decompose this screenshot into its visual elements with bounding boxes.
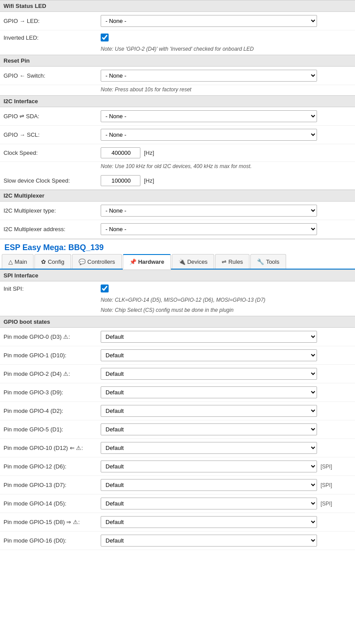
init-spi-label: Init SPI: <box>4 285 101 292</box>
gpio-pin-row: Pin mode GPIO-10 (D12) ⇐ ⚠:Default <box>0 439 355 457</box>
slow-clock-unit: [Hz] <box>144 177 154 184</box>
gpio-pin-row: Pin mode GPIO-2 (D4) ⚠:Default <box>0 365 355 383</box>
inverted-led-row: Inverted LED: <box>0 30 355 45</box>
inverted-led-label: Inverted LED: <box>4 34 101 41</box>
slow-clock-label: Slow device Clock Speed: <box>4 177 101 184</box>
gpio-pin-label: Pin mode GPIO-4 (D2): <box>4 408 101 414</box>
tab-main-label: Main <box>15 258 27 265</box>
tab-bar: △ Main ✿ Config 💬 Controllers 📌 Hardware… <box>0 254 355 270</box>
i2c-mux-address-select[interactable]: - None - <box>101 223 317 235</box>
gpio-pin-row: Pin mode GPIO-4 (D2):Default <box>0 402 355 420</box>
clock-speed-input[interactable] <box>101 147 140 158</box>
clock-speed-unit: [Hz] <box>144 150 154 156</box>
gpio-pins-container: Pin mode GPIO-0 (D3) ⚠:DefaultPin mode G… <box>0 328 355 550</box>
gpio-pin-row: Pin mode GPIO-14 (D5):Default[SPI] <box>0 494 355 513</box>
spi-interface-header: SPI Interface <box>0 270 355 281</box>
gpio-boot-states-section: GPIO boot states Pin mode GPIO-0 (D3) ⚠:… <box>0 316 355 550</box>
gpio-pin-label: Pin mode GPIO-12 (D6): <box>4 463 101 470</box>
i2c-mux-type-row: I2C Multiplexer type: - None - <box>0 202 355 220</box>
reset-pin-header: Reset Pin <box>0 55 355 67</box>
gpio-boot-states-header: GPIO boot states <box>0 316 355 328</box>
clock-speed-note: Note: Use 100 kHz for old I2C devices, 4… <box>0 162 355 172</box>
gpio-pin-row: Pin mode GPIO-13 (D7):Default[SPI] <box>0 476 355 494</box>
gpio-pin-select[interactable]: Default <box>101 386 317 398</box>
gpio-pin-label: Pin mode GPIO-1 (D10): <box>4 352 101 359</box>
gpio-pin-select[interactable]: Default <box>101 479 317 491</box>
gpio-pin-label: Pin mode GPIO-10 (D12) ⇐ ⚠: <box>4 445 101 451</box>
gpio-pin-select[interactable]: Default <box>101 331 317 343</box>
gpio-led-select[interactable]: - None - <box>101 15 317 27</box>
gpio-pin-label: Pin mode GPIO-0 (D3) ⚠: <box>4 333 101 340</box>
gpio-led-label: GPIO → LED: <box>4 18 101 24</box>
spi-note2: Note: Chip Select (CS) config must be do… <box>0 306 355 316</box>
i2c-mux-address-row: I2C Multiplexer address: - None - <box>0 220 355 239</box>
gpio-pin-select[interactable]: Default <box>101 405 317 417</box>
hardware-icon: 📌 <box>129 258 136 265</box>
init-spi-checkbox[interactable] <box>101 285 109 292</box>
gpio-pin-label: Pin mode GPIO-2 (D4) ⚠: <box>4 371 101 377</box>
slow-clock-input[interactable] <box>101 175 140 186</box>
config-icon: ✿ <box>41 258 46 265</box>
wifi-status-led-section: Wifi Status LED GPIO → LED: - None - Inv… <box>0 0 355 55</box>
gpio-led-row: GPIO → LED: - None - <box>0 12 355 30</box>
spi-badge: [SPI] <box>321 464 332 470</box>
rules-icon: ⇌ <box>222 258 227 265</box>
gpio-pin-select[interactable]: Default <box>101 442 317 454</box>
gpio-pin-row: Pin mode GPIO-5 (D1):Default <box>0 420 355 439</box>
tab-hardware[interactable]: 📌 Hardware <box>123 254 171 270</box>
clock-speed-label: Clock Speed: <box>4 150 101 156</box>
tab-rules-label: Rules <box>228 258 243 265</box>
i2c-mux-address-label: I2C Multiplexer address: <box>4 226 101 232</box>
gpio-switch-select[interactable]: - None - <box>101 70 317 82</box>
gpio-switch-label: GPIO ← Switch: <box>4 72 101 79</box>
tab-tools[interactable]: 🔧 Tools <box>250 254 286 269</box>
gpio-pin-row: Pin mode GPIO-3 (D9):Default <box>0 383 355 402</box>
i2c-mux-type-select[interactable]: - None - <box>101 205 317 217</box>
tab-config[interactable]: ✿ Config <box>34 254 71 269</box>
gpio-pin-label: Pin mode GPIO-14 (D5): <box>4 500 101 507</box>
tab-controllers[interactable]: 💬 Controllers <box>72 254 122 269</box>
controllers-icon: 💬 <box>79 258 86 265</box>
slow-clock-row: Slow device Clock Speed: [Hz] <box>0 172 355 190</box>
tab-rules[interactable]: ⇌ Rules <box>215 254 249 269</box>
init-spi-row: Init SPI: <box>0 281 355 296</box>
reset-pin-note: Note: Press about 10s for factory reset <box>0 85 355 95</box>
gpio-pin-row: Pin mode GPIO-15 (D8) ⇒ ⚠:Default <box>0 513 355 532</box>
gpio-pin-label: Pin mode GPIO-3 (D9): <box>4 389 101 396</box>
device-title: ESP Easy Mega: BBQ_139 <box>4 243 351 252</box>
gpio-pin-row: Pin mode GPIO-12 (D6):Default[SPI] <box>0 457 355 476</box>
gpio-pin-select[interactable]: Default <box>101 368 317 380</box>
gpio-sda-select[interactable]: - None - <box>101 110 317 122</box>
device-title-bar: ESP Easy Mega: BBQ_139 <box>0 239 355 252</box>
devices-icon: 🔌 <box>178 258 185 265</box>
tab-main[interactable]: △ Main <box>2 254 34 269</box>
gpio-pin-select[interactable]: Default <box>101 535 317 547</box>
gpio-pin-row: Pin mode GPIO-0 (D3) ⚠:Default <box>0 328 355 346</box>
gpio-scl-label: GPIO → SCL: <box>4 131 101 138</box>
tab-devices[interactable]: 🔌 Devices <box>172 254 214 269</box>
gpio-pin-row: Pin mode GPIO-1 (D10):Default <box>0 346 355 365</box>
gpio-pin-select[interactable]: Default <box>101 516 317 528</box>
tab-devices-label: Devices <box>187 258 208 265</box>
gpio-scl-select[interactable]: - None - <box>101 129 317 141</box>
gpio-pin-label: Pin mode GPIO-16 (D0): <box>4 537 101 544</box>
inverted-led-checkbox[interactable] <box>101 34 109 41</box>
inverted-led-note: Note: Use 'GPIO-2 (D4)' with 'Inversed' … <box>0 45 355 55</box>
spi-interface-section: SPI Interface Init SPI: Note: CLK=GPIO-1… <box>0 270 355 316</box>
gpio-pin-label: Pin mode GPIO-5 (D1): <box>4 426 101 433</box>
gpio-pin-select[interactable]: Default <box>101 461 317 472</box>
gpio-pin-select[interactable]: Default <box>101 498 317 509</box>
i2c-mux-type-label: I2C Multiplexer type: <box>4 207 101 214</box>
main-icon: △ <box>8 258 13 265</box>
gpio-scl-row: GPIO → SCL: - None - <box>0 126 355 144</box>
gpio-sda-label: GPIO ⇌ SDA: <box>4 113 101 120</box>
tab-hardware-label: Hardware <box>138 258 164 265</box>
spi-note1: Note: CLK=GPIO-14 (D5), MISO=GPIO-12 (D6… <box>0 296 355 306</box>
gpio-pin-select[interactable]: Default <box>101 349 317 361</box>
tab-tools-label: Tools <box>266 258 279 265</box>
gpio-pin-label: Pin mode GPIO-15 (D8) ⇒ ⚠: <box>4 519 101 525</box>
reset-pin-section: Reset Pin GPIO ← Switch: - None - Note: … <box>0 55 355 95</box>
gpio-pin-label: Pin mode GPIO-13 (D7): <box>4 482 101 488</box>
tab-controllers-label: Controllers <box>87 258 115 265</box>
gpio-pin-select[interactable]: Default <box>101 423 317 435</box>
